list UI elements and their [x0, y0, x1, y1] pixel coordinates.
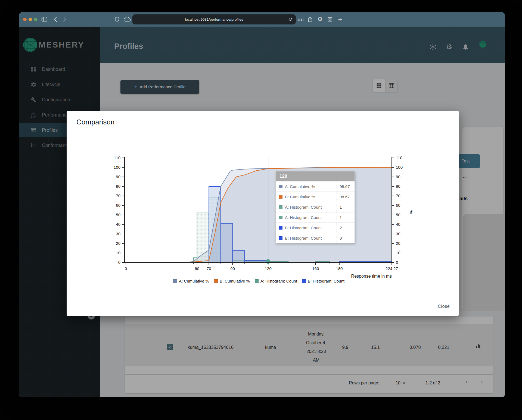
svg-text:70: 70 — [396, 193, 400, 198]
tooltip-value: 98.67 — [337, 192, 355, 202]
tab-grid-icon[interactable] — [297, 16, 304, 23]
svg-text:110: 110 — [396, 155, 402, 160]
legend-item-b-cumulative-[interactable]: B: Cumulative % — [214, 279, 250, 283]
url-text: localhost:9081/performance/profiles — [185, 17, 243, 21]
tooltip-row: A: Histogram: Count1 — [276, 202, 355, 212]
browser-window: localhost:9081/performance/profiles ⚙ + — [19, 12, 505, 397]
tooltip-label: A: Histogram: Count — [285, 215, 337, 220]
svg-text:40: 40 — [396, 222, 400, 227]
tooltip-swatch — [279, 226, 282, 230]
comparison-chart[interactable]: 0010102020303040405050606070708080909010… — [67, 111, 459, 316]
tooltip-swatch — [279, 185, 282, 188]
tooltip-value: 1 — [337, 212, 355, 222]
zoom-window-button[interactable] — [34, 18, 38, 21]
chart-tooltip: 120 A: Cumulative %98.67B: Cumulative %9… — [275, 171, 355, 243]
y-axis-label: % — [409, 210, 414, 214]
close-window-button[interactable] — [23, 18, 27, 21]
tooltip-row: B: Histogram: Count2 — [276, 222, 355, 233]
svg-text:90: 90 — [116, 174, 120, 179]
cloud-icon[interactable] — [124, 16, 131, 23]
legend-swatch — [173, 279, 177, 283]
browser-toolbar: localhost:9081/performance/profiles ⚙ + — [19, 12, 505, 27]
sidebar-toggle-icon[interactable] — [41, 16, 48, 23]
legend-item-a-histogram-count[interactable]: A: Histogram: Count — [255, 279, 297, 283]
tooltip-value: 98.67 — [337, 181, 355, 192]
legend-item-a-cumulative-[interactable]: A: Cumulative % — [173, 279, 209, 283]
new-tab-icon[interactable]: + — [337, 16, 344, 23]
chart-canvas: 0010102020303040405050606070708080909010… — [67, 111, 459, 316]
legend-swatch — [214, 279, 218, 283]
svg-text:30: 30 — [116, 231, 120, 236]
svg-text:40: 40 — [116, 222, 120, 227]
tooltip-row: A: Cumulative %98.67 — [276, 181, 355, 192]
svg-text:100: 100 — [396, 165, 403, 170]
svg-text:90: 90 — [396, 174, 400, 179]
legend-swatch — [255, 279, 259, 283]
svg-text:110: 110 — [114, 155, 120, 160]
tooltip-row: B: Cumulative %98.67 — [276, 192, 355, 202]
svg-text:0: 0 — [118, 260, 120, 265]
url-bar[interactable]: localhost:9081/performance/profiles — [132, 14, 296, 24]
tooltip-row: B: Histogram: Count0 — [276, 233, 355, 243]
svg-text:60: 60 — [396, 203, 400, 208]
svg-text:70: 70 — [116, 193, 120, 198]
svg-text:80: 80 — [396, 184, 400, 189]
svg-text:50: 50 — [116, 212, 120, 217]
legend-label: B: Cumulative % — [220, 279, 250, 283]
tooltip-label: A: Cumulative % — [285, 184, 337, 189]
tooltip-swatch — [279, 205, 282, 209]
legend-label: A: Histogram: Count — [260, 279, 297, 283]
tooltip-swatch — [279, 216, 282, 219]
svg-text:224.27: 224.27 — [386, 266, 398, 271]
minimize-window-button[interactable] — [29, 18, 32, 21]
tooltip-label: B: Cumulative % — [285, 195, 337, 199]
close-button[interactable]: Close — [438, 304, 450, 309]
tooltip-label: B: Histogram: Count — [285, 236, 337, 240]
svg-text:0: 0 — [396, 260, 398, 265]
shield-icon[interactable] — [113, 16, 120, 23]
settings-icon[interactable]: ⚙ — [316, 16, 324, 23]
tooltip-value: 1 — [337, 202, 355, 212]
legend-label: A: Cumulative % — [179, 279, 209, 283]
svg-text:70: 70 — [207, 266, 211, 271]
svg-text:30: 30 — [396, 231, 400, 236]
svg-text:80: 80 — [116, 184, 120, 189]
tooltip-header: 120 — [276, 171, 355, 181]
svg-text:0: 0 — [125, 266, 127, 271]
tooltip-row: A: Histogram: Count1 — [276, 212, 355, 222]
svg-text:10: 10 — [116, 250, 120, 255]
tooltip-value: 2 — [337, 223, 355, 233]
legend-swatch — [302, 279, 306, 283]
svg-text:20: 20 — [116, 241, 120, 246]
screenshot-stage: localhost:9081/performance/profiles ⚙ + — [0, 0, 522, 420]
svg-text:20: 20 — [396, 241, 400, 246]
tooltip-swatch — [279, 236, 282, 240]
legend-item-b-histogram-count[interactable]: B: Histogram: Count — [302, 279, 344, 283]
svg-text:60: 60 — [116, 203, 120, 208]
svg-text:160: 160 — [312, 266, 319, 271]
tooltip-label: B: Histogram: Count — [285, 225, 337, 230]
svg-text:50: 50 — [396, 212, 400, 217]
tooltip-label: A: Histogram: Count — [285, 205, 337, 209]
x-axis-label: Response time in ms — [351, 274, 392, 278]
forward-icon[interactable] — [61, 16, 68, 23]
svg-text:100: 100 — [114, 165, 120, 170]
svg-text:90: 90 — [230, 266, 235, 271]
svg-text:180: 180 — [336, 266, 343, 271]
svg-text:120: 120 — [265, 266, 272, 271]
svg-text:60: 60 — [195, 266, 199, 271]
refresh-icon[interactable] — [287, 16, 293, 22]
tooltip-value: 0 — [337, 233, 355, 243]
tooltip-swatch — [279, 195, 282, 199]
back-icon[interactable] — [52, 16, 59, 23]
share-icon[interactable] — [307, 16, 314, 23]
comparison-modal: Comparison 00101020203030404050506060707… — [67, 111, 459, 316]
legend-label: B: Histogram: Count — [308, 279, 344, 283]
svg-text:10: 10 — [396, 250, 400, 255]
chart-legend: A: Cumulative %B: Cumulative %A: Histogr… — [126, 279, 392, 283]
windows-icon[interactable] — [326, 16, 333, 23]
